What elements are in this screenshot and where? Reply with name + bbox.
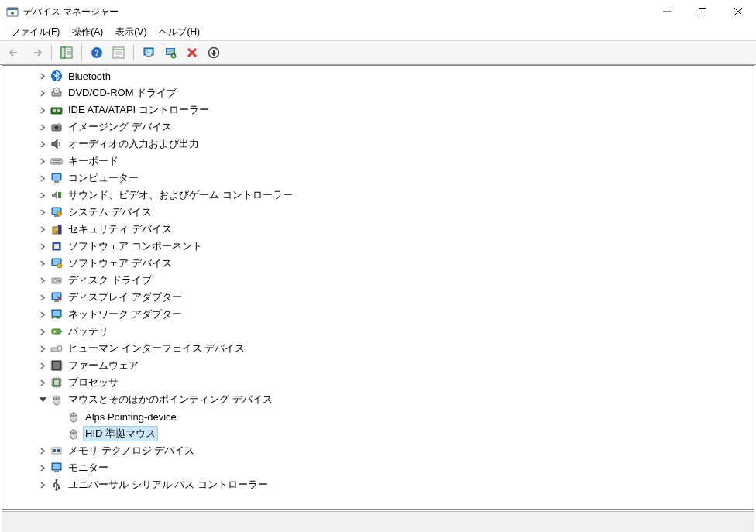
- titlebar[interactable]: デバイス マネージャー: [0, 0, 756, 23]
- expand-icon[interactable]: [36, 87, 49, 99]
- menu-file[interactable]: ファイル(F): [5, 23, 66, 41]
- expand-icon[interactable]: [36, 308, 49, 321]
- properties-button[interactable]: [108, 43, 129, 63]
- menu-action[interactable]: 操作(A): [66, 23, 109, 41]
- tree-node-label: セキュリティ デバイス: [66, 221, 174, 237]
- tree-node[interactable]: IDE ATA/ATAPI コントローラー: [2, 101, 754, 118]
- tree-node[interactable]: ディスク ドライブ: [2, 272, 754, 289]
- tree-node-label: ディスプレイ アダプター: [66, 290, 184, 305]
- mouse-icon: [67, 410, 80, 423]
- tree-node[interactable]: ネットワーク アダプター: [2, 306, 754, 323]
- close-button[interactable]: [720, 0, 756, 23]
- expand-icon[interactable]: [36, 155, 49, 167]
- tree-node-label: プロセッサ: [66, 375, 121, 390]
- monitor-icon: [50, 462, 63, 474]
- tree-node[interactable]: マウスとそのほかのポインティング デバイス: [2, 391, 754, 408]
- minimize-button[interactable]: [649, 0, 685, 23]
- tree-node[interactable]: バッテリ: [2, 323, 754, 340]
- update-driver-button[interactable]: [139, 43, 159, 63]
- dvd-drive-icon: [50, 87, 63, 99]
- tree-node[interactable]: イメージング デバイス: [2, 118, 754, 136]
- expand-icon[interactable]: [36, 479, 49, 491]
- menu-help[interactable]: ヘルプ(H): [153, 23, 206, 41]
- toolbar: [0, 40, 756, 65]
- tree-node[interactable]: ヒューマン インターフェイス デバイス: [2, 340, 754, 357]
- back-button[interactable]: [5, 43, 25, 63]
- help-button[interactable]: [87, 43, 107, 63]
- tree-node[interactable]: サウンド、ビデオ、およびゲーム コントローラー: [2, 187, 754, 204]
- tree-node[interactable]: ファームウェア: [2, 357, 754, 374]
- expand-icon[interactable]: [36, 274, 49, 287]
- expand-icon[interactable]: [36, 325, 49, 338]
- tree-node[interactable]: システム デバイス: [2, 204, 754, 221]
- device-tree[interactable]: BluetoothDVD/CD-ROM ドライブIDE ATA/ATAPI コン…: [2, 66, 754, 509]
- expand-icon[interactable]: [36, 291, 49, 304]
- menu-view[interactable]: 表示(V): [109, 23, 153, 41]
- system-device-icon: [50, 206, 63, 218]
- expand-icon[interactable]: [36, 376, 49, 389]
- expand-icon[interactable]: [36, 257, 49, 269]
- tree-node-label: ソフトウェア コンポーネント: [66, 239, 204, 254]
- expand-icon[interactable]: [36, 240, 49, 252]
- content-area: BluetoothDVD/CD-ROM ドライブIDE ATA/ATAPI コン…: [2, 65, 754, 510]
- tree-node[interactable]: キーボード: [2, 153, 754, 170]
- security-device-icon: [50, 223, 63, 235]
- window: デバイス マネージャー ファイル(F) 操作(A) 表示(V) ヘルプ(H): [0, 0, 756, 532]
- tree-node-label: HID 準拠マウス: [83, 426, 158, 441]
- expand-icon[interactable]: [36, 359, 49, 372]
- uninstall-button[interactable]: [182, 43, 202, 63]
- tree-node-label: システム デバイス: [66, 204, 154, 220]
- tree-node[interactable]: Alps Pointing-device: [2, 408, 754, 425]
- tree-node[interactable]: ユニバーサル シリアル バス コントローラー: [2, 476, 754, 493]
- tree-node[interactable]: セキュリティ デバイス: [2, 221, 754, 238]
- keyboard-icon: [50, 155, 63, 167]
- tree-node[interactable]: ソフトウェア コンポーネント: [2, 238, 754, 255]
- disable-button[interactable]: [204, 43, 224, 63]
- maximize-button[interactable]: [685, 0, 720, 23]
- tree-node-label: ユニバーサル シリアル バス コントローラー: [66, 477, 270, 493]
- expand-icon[interactable]: [36, 121, 49, 133]
- tree-node[interactable]: モニター: [2, 459, 754, 476]
- tree-node[interactable]: ソフトウェア デバイス: [2, 255, 754, 272]
- forward-button[interactable]: [26, 43, 46, 63]
- tree-node[interactable]: メモリ テクノロジ デバイス: [2, 442, 754, 459]
- tree-node[interactable]: ディスプレイ アダプター: [2, 289, 754, 306]
- ide-controller-icon: [50, 104, 63, 116]
- expand-icon[interactable]: [36, 104, 49, 116]
- tree-node[interactable]: オーディオの入力および出力: [2, 136, 754, 153]
- expand-icon[interactable]: [36, 70, 49, 82]
- mouse-icon: [50, 393, 63, 406]
- tree-node-label: バッテリ: [66, 324, 111, 339]
- expand-icon[interactable]: [36, 138, 49, 150]
- tree-node-label: キーボード: [66, 153, 121, 169]
- collapse-icon[interactable]: [36, 393, 49, 406]
- computer-icon: [50, 172, 63, 184]
- toolbar-separator: [51, 45, 52, 60]
- battery-icon: [50, 325, 63, 338]
- tree-node[interactable]: プロセッサ: [2, 374, 754, 391]
- tree-node[interactable]: コンピューター: [2, 170, 754, 187]
- show-hide-tree-button[interactable]: [57, 43, 77, 63]
- hid-icon: [50, 342, 63, 355]
- tree-node-label: ディスク ドライブ: [66, 273, 154, 288]
- expand-icon[interactable]: [36, 462, 49, 474]
- toolbar-separator: [81, 45, 82, 60]
- expand-icon: [53, 410, 66, 423]
- expand-icon[interactable]: [36, 444, 49, 457]
- software-device-icon: [50, 257, 63, 269]
- expand-icon[interactable]: [36, 172, 49, 184]
- display-adapter-icon: [50, 291, 63, 304]
- tree-node[interactable]: HID 準拠マウス: [2, 425, 754, 442]
- scan-hardware-button[interactable]: [160, 43, 180, 63]
- expand-icon[interactable]: [36, 342, 49, 355]
- tree-node[interactable]: Bluetooth: [2, 67, 754, 84]
- expand-icon[interactable]: [36, 223, 49, 235]
- expand-icon[interactable]: [36, 189, 49, 201]
- svg-rect-99: [699, 9, 706, 15]
- expand-icon[interactable]: [36, 206, 49, 218]
- audio-io-icon: [50, 138, 63, 150]
- tree-node-label: ヒューマン インターフェイス デバイス: [66, 341, 247, 356]
- window-title: デバイス マネージャー: [23, 5, 119, 19]
- tree-node[interactable]: DVD/CD-ROM ドライブ: [2, 84, 754, 101]
- tree-node-label: ソフトウェア デバイス: [66, 256, 174, 271]
